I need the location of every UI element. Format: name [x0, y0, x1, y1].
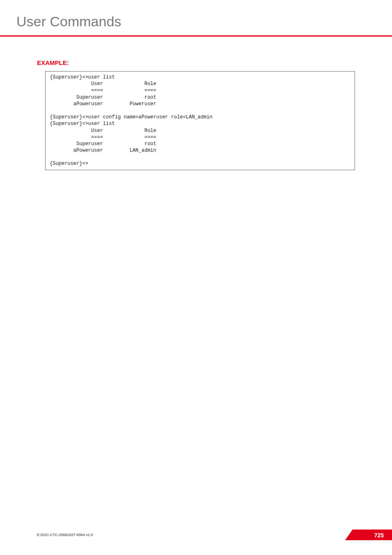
page-title: User Commands — [0, 0, 392, 30]
page-badge: 725 — [347, 529, 392, 540]
page-badge-slant — [345, 530, 353, 540]
title-underline — [0, 35, 392, 37]
example-heading: EXAMPLE: — [37, 59, 392, 66]
footer: E-DOC-CTC-20061027-0004 v1.0 725 — [0, 528, 392, 540]
doc-id: E-DOC-CTC-20061027-0004 v1.0 — [37, 533, 93, 537]
page: User Commands EXAMPLE: {Superuser}=>user… — [0, 0, 392, 555]
page-number: 725 — [374, 532, 384, 539]
example-code-block: {Superuser}=>user list User Role ==== ==… — [45, 71, 355, 170]
page-badge-rect — [353, 530, 392, 540]
